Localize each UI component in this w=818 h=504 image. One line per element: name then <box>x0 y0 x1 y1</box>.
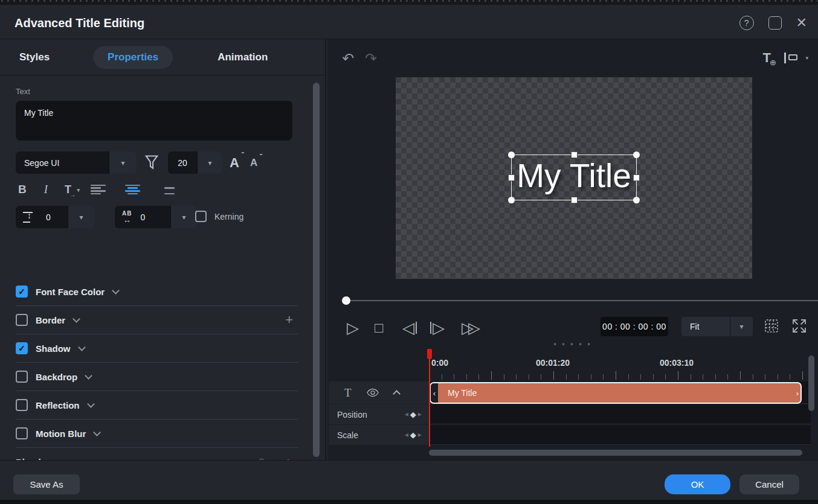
playhead[interactable] <box>429 350 430 447</box>
add-text-icon[interactable]: T ⊕ <box>763 50 771 66</box>
trim-right-handle[interactable]: › <box>794 383 800 403</box>
ok-button[interactable]: OK <box>665 474 730 494</box>
dialog-title: Advanced Title Editing <box>14 16 144 30</box>
chevron-down-icon[interactable] <box>112 287 120 295</box>
font-face-color-checkbox[interactable]: ✓ <box>16 285 28 298</box>
kerning-label: Kerning <box>214 212 243 222</box>
previous-frame-icon[interactable]: ◁ <box>402 316 414 340</box>
chevron-down-icon[interactable] <box>72 315 80 323</box>
preview-title-text[interactable]: My Title <box>517 156 631 195</box>
align-right-icon[interactable] <box>159 185 175 195</box>
background-app-strip <box>0 0 818 5</box>
save-as-button[interactable]: Save As <box>13 474 80 494</box>
visibility-eye-icon[interactable] <box>366 388 379 397</box>
left-panel-scrollbar[interactable] <box>313 83 320 457</box>
ruler-label: 00:01:20 <box>536 358 570 368</box>
title-clip[interactable]: ‹ My Title › <box>430 382 802 404</box>
chevron-down-icon[interactable] <box>78 343 86 351</box>
fast-forward-icon[interactable]: ▷▷ <box>462 316 475 340</box>
trim-left-handle[interactable]: ‹ <box>431 383 438 403</box>
tab-animation[interactable]: Animation <box>203 46 282 69</box>
ruler-ticks[interactable] <box>429 370 804 381</box>
resize-handle[interactable] <box>633 152 640 158</box>
chevron-down-icon[interactable]: ▾ <box>170 206 197 228</box>
preview-seekbar[interactable] <box>342 296 818 305</box>
zoom-fit-select[interactable]: Fit ▾ <box>681 317 753 336</box>
scale-track-row[interactable]: Scale ◀ ◆ ▶ <box>329 425 429 445</box>
section-shadow[interactable]: ✓ Shadow <box>16 334 298 363</box>
add-keyframe-icon[interactable]: ◆ <box>410 430 416 439</box>
chevron-down-icon[interactable]: ▾ <box>197 152 222 174</box>
section-border[interactable]: Border + <box>16 306 298 334</box>
timeline-horizontal-scrollbar[interactable] <box>429 450 805 456</box>
playhead-head[interactable] <box>427 349 432 359</box>
chevron-down-icon[interactable] <box>87 400 95 408</box>
kerning-checkbox[interactable] <box>195 211 207 222</box>
text-transform-icon[interactable]: T → ▾ <box>65 183 71 196</box>
next-keyframe-icon[interactable]: ▶ <box>418 432 422 438</box>
section-reflection[interactable]: Reflection <box>16 391 298 419</box>
cancel-button[interactable]: Cancel <box>739 474 799 494</box>
section-motion-blur[interactable]: Motion Blur <box>16 419 298 448</box>
play-icon[interactable]: ▷ <box>347 316 359 340</box>
tab-properties[interactable]: Properties <box>93 46 173 69</box>
redo-icon[interactable]: ↷ <box>365 50 377 67</box>
next-keyframe-icon[interactable]: ▶ <box>418 412 422 417</box>
chevron-down-icon[interactable]: ▾ <box>109 152 137 174</box>
resize-handle[interactable] <box>508 174 515 181</box>
chevron-down-icon[interactable] <box>93 429 101 436</box>
panel-resize-handle[interactable]: ● ● ● ● ● <box>553 341 592 347</box>
collapse-track-icon[interactable] <box>393 390 401 398</box>
advanced-title-editing-dialog: Advanced Title Editing ? ✕ Styles Proper… <box>0 0 818 504</box>
grid-overlay-icon[interactable] <box>764 318 779 334</box>
resize-handle[interactable] <box>571 197 578 203</box>
backdrop-checkbox[interactable] <box>16 371 28 383</box>
add-keyframe-icon[interactable]: ◆ <box>410 410 416 419</box>
border-checkbox[interactable] <box>16 314 28 326</box>
font-family-value: Segoe UI <box>16 152 109 174</box>
shadow-checkbox[interactable]: ✓ <box>16 342 28 354</box>
help-icon[interactable]: ? <box>739 16 754 30</box>
fullscreen-icon[interactable] <box>791 318 807 334</box>
stop-icon[interactable]: □ <box>375 316 384 340</box>
align-center-icon[interactable] <box>125 185 140 195</box>
resize-handle[interactable] <box>508 197 515 203</box>
tab-styles[interactable]: Styles <box>5 46 64 69</box>
title-selection-box[interactable]: My Title <box>511 155 637 200</box>
resize-handle[interactable] <box>633 197 640 203</box>
preview-canvas[interactable]: My Title <box>396 77 752 279</box>
preview-panel: ↶ ↷ T ⊕ ▾ My Title <box>327 39 818 460</box>
chevron-down-icon[interactable]: ▾ <box>68 206 94 228</box>
text-align-preset-icon[interactable]: ▾ <box>784 53 802 63</box>
bold-icon[interactable]: B <box>18 183 27 196</box>
resize-handle[interactable] <box>508 152 515 158</box>
previous-keyframe-icon[interactable]: ◀ <box>405 412 408 417</box>
motion-blur-checkbox[interactable] <box>16 427 28 439</box>
align-left-icon[interactable] <box>91 185 106 195</box>
seekbar-knob[interactable] <box>342 296 350 305</box>
section-font-face-color[interactable]: ✓ Font Face Color <box>16 278 298 306</box>
line-spacing-input[interactable]: ↕ 0 ▾ <box>16 206 94 228</box>
chevron-down-icon[interactable] <box>85 372 92 380</box>
letter-spacing-input[interactable]: AB↔ 0 ▾ <box>115 206 197 228</box>
next-frame-icon[interactable]: ▷ <box>433 316 445 340</box>
maximize-icon[interactable] <box>768 16 782 30</box>
font-size-select[interactable]: 20 ▾ <box>168 152 222 174</box>
timeline-vertical-scrollbar[interactable] <box>808 356 814 446</box>
title-text-input[interactable]: My Title <box>16 101 292 141</box>
font-family-select[interactable]: Segoe UI ▾ <box>16 152 137 174</box>
chevron-down-icon[interactable]: ▾ <box>730 317 753 336</box>
increase-font-size-icon[interactable]: Aˆ <box>230 155 239 171</box>
undo-icon[interactable]: ↶ <box>342 50 354 67</box>
previous-keyframe-icon[interactable]: ◀ <box>405 432 408 438</box>
italic-icon[interactable]: I <box>44 183 48 196</box>
section-backdrop[interactable]: Backdrop <box>16 363 298 391</box>
reflection-checkbox[interactable] <box>16 399 28 411</box>
resize-handle[interactable] <box>633 174 640 181</box>
add-border-icon[interactable]: + <box>285 312 293 328</box>
decrease-font-size-icon[interactable]: Aˇ <box>250 157 257 169</box>
position-track-row[interactable]: Position ◀ ◆ ▶ <box>329 404 429 424</box>
close-icon[interactable]: ✕ <box>796 16 807 30</box>
font-filter-icon[interactable] <box>144 154 159 172</box>
resize-handle[interactable] <box>571 152 578 158</box>
